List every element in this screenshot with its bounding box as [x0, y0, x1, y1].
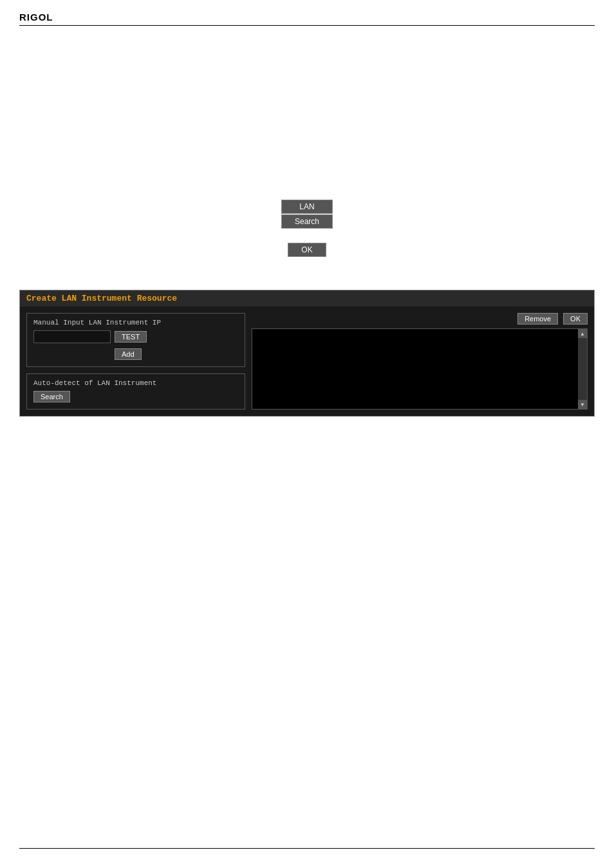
right-top-buttons: Remove OK: [252, 313, 588, 325]
search-main-button[interactable]: Search: [281, 214, 333, 229]
lan-button[interactable]: LAN: [281, 200, 333, 214]
scroll-up-arrow[interactable]: ▲: [578, 329, 587, 338]
dialog-title: Create LAN Instrument Resource: [26, 294, 177, 303]
left-panel: Manual Input LAN Instrument IP TEST Add …: [26, 313, 245, 410]
auto-detect-label: Auto-detect of LAN Instrument: [33, 379, 238, 387]
scroll-down-arrow[interactable]: ▼: [578, 400, 587, 409]
ok-dialog-button[interactable]: OK: [563, 313, 588, 325]
brand-logo: RIGOL: [19, 12, 595, 23]
instrument-list: ▲ ▼: [252, 328, 588, 410]
dialog-body: Manual Input LAN Instrument IP TEST Add …: [20, 307, 594, 416]
bottom-divider: [19, 848, 595, 849]
brand-area: RIGOL: [19, 12, 595, 26]
dialog-titlebar: Create LAN Instrument Resource: [20, 290, 594, 307]
scrollbar: ▲ ▼: [578, 329, 587, 409]
create-lan-dialog: Create LAN Instrument Resource Manual In…: [19, 290, 595, 417]
ip-input-row: TEST: [33, 330, 238, 343]
brand-divider: [19, 25, 595, 26]
remove-button[interactable]: Remove: [517, 313, 558, 325]
ip-input-field[interactable]: [33, 330, 111, 343]
right-panel: Remove OK ▲ ▼: [252, 313, 588, 410]
manual-ip-section: Manual Input LAN Instrument IP TEST Add: [26, 313, 245, 367]
add-button[interactable]: Add: [115, 348, 142, 360]
auto-search-button[interactable]: Search: [33, 391, 70, 402]
middle-buttons-area: LAN Search OK: [0, 200, 614, 257]
manual-ip-label: Manual Input LAN Instrument IP: [33, 319, 238, 326]
auto-detect-section: Auto-detect of LAN Instrument Search: [26, 373, 245, 410]
test-button[interactable]: TEST: [115, 331, 147, 343]
ok-main-button[interactable]: OK: [288, 243, 326, 257]
